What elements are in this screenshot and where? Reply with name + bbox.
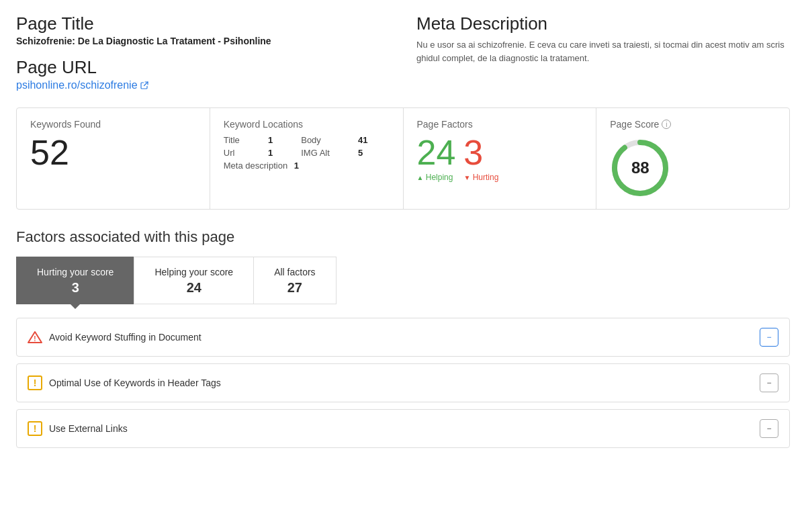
factor-left-2: ! Optimal Use of Keywords in Header Tags — [28, 375, 221, 390]
factor-text-1: Avoid Keyword Stuffing in Document — [49, 332, 202, 343]
tab-hurting-label: Hurting your score — [37, 267, 114, 277]
page-title-label: Page Title — [16, 13, 390, 34]
info-icon: i — [662, 120, 671, 129]
tab-helping-count: 24 — [154, 280, 233, 296]
keyword-locations-grid: Title 1 Body 41 Url 1 IMG Alt 5 — [224, 135, 390, 158]
meta-desc-value: Nu e usor sa ai schizofrenie. E ceva cu … — [416, 38, 790, 64]
header-left: Page Title Schizofrenie: De La Diagnosti… — [16, 13, 390, 91]
keyword-locations-cell: Keyword Locations Title 1 Body 41 Url 1 … — [210, 108, 404, 209]
page-url-section: Page URL psihonline.ro/schizofrenie — [16, 57, 390, 91]
factor-text-3: Use External Links — [49, 423, 128, 434]
orange-warn-symbol-3: ! — [28, 421, 42, 436]
factor-item-3[interactable]: ! Use External Links − — [16, 409, 790, 448]
expand-icon-1: − — [766, 332, 771, 342]
keyword-locations-label: Keyword Locations — [224, 119, 390, 130]
header-right: Meta Description Nu e usor sa ai schizof… — [416, 13, 790, 91]
meta-desc-label: Meta Description — [416, 13, 790, 34]
tab-helping-label: Helping your score — [154, 267, 233, 277]
page-factors-label: Page Factors — [417, 119, 583, 130]
red-warning-icon-1: ! — [28, 330, 42, 345]
expand-icon-3: − — [766, 424, 771, 433]
donut-chart: 88 — [610, 138, 670, 198]
factors-section: Factors associated with this page Hurtin… — [16, 228, 790, 448]
kw-imgalt-val: 5 — [358, 148, 390, 158]
page-factors-cell: Page Factors 24 3 ▲ Helping ▼ Hurting — [404, 108, 597, 209]
expand-btn-3[interactable]: − — [760, 419, 778, 438]
tabs-container: Hurting your score 3 Helping your score … — [16, 257, 790, 304]
tab-hurting[interactable]: Hurting your score 3 — [16, 257, 134, 304]
keywords-found-label: Keywords Found — [30, 119, 196, 130]
kw-body-val: 41 — [358, 135, 390, 145]
factors-section-title: Factors associated with this page — [16, 228, 790, 246]
external-link-icon — [140, 81, 148, 89]
page-score-header: Page Score i — [610, 119, 671, 130]
arrow-down-icon: ▼ — [463, 174, 470, 181]
triangle-warning-svg: ! — [28, 330, 42, 344]
page-url-label: Page URL — [16, 57, 390, 78]
factors-numbers: 24 3 — [417, 135, 583, 170]
kw-title-key: Title — [224, 135, 261, 145]
factors-labels: ▲ Helping ▼ Hurting — [417, 173, 583, 182]
orange-warn-symbol-2: ! — [28, 375, 42, 390]
tab-all-label: All factors — [274, 267, 315, 277]
kw-url-val: 1 — [268, 148, 294, 158]
factor-left-1: ! Avoid Keyword Stuffing in Document — [28, 330, 202, 345]
helping-count: 24 — [417, 135, 456, 170]
page-score-cell: Page Score i 88 — [596, 108, 789, 209]
tab-all-count: 27 — [274, 280, 315, 296]
factors-list: ! Avoid Keyword Stuffing in Document − !… — [16, 318, 790, 448]
arrow-up-icon: ▲ — [417, 174, 424, 181]
keywords-found-value: 52 — [30, 135, 196, 170]
tab-hurting-count: 3 — [37, 280, 114, 296]
factor-item-2[interactable]: ! Optimal Use of Keywords in Header Tags… — [16, 363, 790, 402]
stats-row: Keywords Found 52 Keyword Locations Titl… — [16, 107, 790, 210]
tab-all[interactable]: All factors 27 — [253, 257, 336, 304]
kw-url-key: Url — [224, 148, 261, 158]
orange-warning-icon-2: ! — [28, 375, 42, 390]
factor-left-3: ! Use External Links — [28, 421, 128, 436]
hurting-count: 3 — [463, 135, 483, 170]
keywords-found-cell: Keywords Found 52 — [17, 108, 210, 209]
expand-icon-2: − — [766, 378, 771, 388]
donut-score-value: 88 — [631, 159, 650, 177]
header-section: Page Title Schizofrenie: De La Diagnosti… — [16, 13, 790, 91]
helping-label: ▲ Helping — [417, 173, 453, 182]
factor-text-2: Optimal Use of Keywords in Header Tags — [49, 378, 221, 388]
tab-helping[interactable]: Helping your score 24 — [134, 257, 253, 304]
expand-btn-2[interactable]: − — [760, 373, 778, 392]
kw-title-val: 1 — [268, 135, 294, 145]
expand-btn-1[interactable]: − — [760, 328, 778, 347]
page-url-link[interactable]: psihonline.ro/schizofrenie — [16, 79, 148, 91]
svg-text:!: ! — [34, 335, 36, 343]
page-title-value: Schizofrenie: De La Diagnostic La Tratam… — [16, 36, 390, 46]
kw-meta-row: Meta description 1 — [224, 161, 390, 171]
kw-body-key: Body — [301, 135, 351, 145]
hurting-label: ▼ Hurting — [463, 173, 498, 182]
orange-warning-icon-3: ! — [28, 421, 42, 436]
factor-item-1[interactable]: ! Avoid Keyword Stuffing in Document − — [16, 318, 790, 357]
kw-imgalt-key: IMG Alt — [301, 148, 351, 158]
